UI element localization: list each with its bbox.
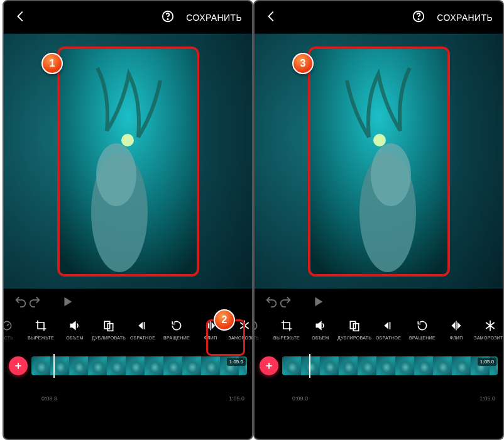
tool-label: ОБЪЕМ <box>304 336 337 340</box>
duplicate-icon <box>92 317 126 334</box>
add-clip-button[interactable] <box>9 356 28 375</box>
tool-speed[interactable]: ОСТЬ <box>3 317 24 340</box>
timeline-thumb[interactable] <box>126 356 145 375</box>
svg-rect-10 <box>210 321 211 331</box>
timeline-strip[interactable] <box>282 356 498 375</box>
time-ruler: 0:09.0 1:05.0 <box>255 393 503 407</box>
tool-label: ЗАМОРОЗИТЬ <box>227 336 252 340</box>
timeline-thumb[interactable] <box>414 356 433 375</box>
tool-speed[interactable]: ОСТЬ <box>253 317 270 340</box>
save-button[interactable]: СОХРАНИТЬ <box>186 13 242 23</box>
tool-reverse[interactable]: ОБРАТНОЕ <box>126 317 160 340</box>
speed-icon <box>253 317 270 334</box>
tool-label: ФЛИП <box>439 336 473 340</box>
timeline-thumb[interactable] <box>320 356 339 375</box>
timeline[interactable]: 1:05.0 <box>4 353 252 393</box>
tool-rotate[interactable]: ВРАЩЕНИЕ <box>405 317 439 340</box>
crop-icon <box>24 317 58 334</box>
volume-icon <box>304 317 337 334</box>
current-time: 0:08.8 <box>41 395 57 402</box>
timeline-thumb[interactable] <box>282 356 301 375</box>
timeline-thumb[interactable] <box>395 356 414 375</box>
phone-screen-right: СОХРАНИТЬ <box>253 0 504 440</box>
preview-frame <box>57 47 199 277</box>
tool-reverse[interactable]: ОБРАТНОЕ <box>371 317 405 340</box>
timeline-thumb[interactable] <box>163 356 182 375</box>
duration-badge: 1:05.0 <box>478 358 496 366</box>
callout-2: 2 <box>214 309 235 331</box>
svg-point-17 <box>253 321 257 329</box>
timeline[interactable]: 1:05.0 <box>255 353 503 393</box>
tool-label: ОСТЬ <box>253 336 270 340</box>
playback-bar <box>4 289 252 317</box>
add-clip-button[interactable] <box>260 356 278 375</box>
help-icon[interactable] <box>412 9 425 26</box>
tool-label: ВРАЩЕНИЕ <box>405 336 439 340</box>
svg-point-4 <box>96 143 136 206</box>
timeline-strip[interactable] <box>31 356 247 375</box>
preview-frame <box>308 47 450 277</box>
play-icon[interactable] <box>311 295 325 311</box>
redo-icon[interactable] <box>28 295 41 311</box>
undo-icon[interactable] <box>265 295 278 311</box>
undo-icon[interactable] <box>14 295 28 311</box>
flip-icon <box>439 317 473 334</box>
svg-point-12 <box>419 19 419 19</box>
playhead[interactable] <box>309 354 310 378</box>
tool-label: ВЫРЕЖЬТЕ <box>270 336 304 340</box>
current-time: 0:09.0 <box>292 395 308 402</box>
tool-volume[interactable]: ОБЪЕМ <box>304 317 337 340</box>
tool-label: ДУБЛИРОВАТЬ <box>92 336 126 340</box>
top-bar: СОХРАНИТЬ <box>4 1 252 34</box>
back-icon[interactable] <box>265 9 278 26</box>
svg-rect-21 <box>456 321 456 331</box>
video-preview[interactable] <box>255 34 503 289</box>
rotate-icon <box>405 317 439 334</box>
tool-volume[interactable]: ОБЪЕМ <box>58 317 92 340</box>
save-button[interactable]: СОХРАНИТЬ <box>437 13 493 23</box>
tool-duplicate[interactable]: ДУБЛИРОВАТЬ <box>337 317 371 340</box>
timeline-thumb[interactable] <box>358 356 376 375</box>
crop-icon <box>270 317 304 334</box>
timeline-thumb[interactable] <box>339 356 358 375</box>
duration-badge: 1:05.0 <box>227 358 246 366</box>
tool-crop[interactable]: ВЫРЕЖЬТЕ <box>24 317 58 340</box>
timeline-thumb[interactable] <box>145 356 163 375</box>
volume-icon <box>58 317 92 334</box>
timeline-thumb[interactable] <box>31 356 50 375</box>
timeline-thumb[interactable] <box>452 356 471 375</box>
play-icon[interactable] <box>60 295 74 311</box>
svg-point-1 <box>168 19 168 19</box>
tool-label: ОБРАТНОЕ <box>371 336 405 340</box>
back-icon[interactable] <box>14 9 28 26</box>
timeline-thumb[interactable] <box>433 356 452 375</box>
reverse-icon <box>371 317 405 334</box>
tool-flip[interactable]: ФЛИП <box>439 317 473 340</box>
tool-label: ФЛИП <box>194 336 227 340</box>
tool-label: ОБЪЕМ <box>58 336 92 340</box>
timeline-thumb[interactable] <box>201 356 220 375</box>
tool-label: ДУБЛИРОВАТЬ <box>337 336 371 340</box>
rotate-icon <box>160 317 194 334</box>
playhead[interactable] <box>53 354 55 378</box>
tool-crop[interactable]: ВЫРЕЖЬТЕ <box>270 317 304 340</box>
timeline-thumb[interactable] <box>88 356 107 375</box>
timeline-thumb[interactable] <box>107 356 126 375</box>
tool-label: ВЫРЕЖЬТЕ <box>24 336 58 340</box>
tool-label: ОСТЬ <box>3 336 24 340</box>
timeline-thumb[interactable] <box>376 356 395 375</box>
tool-rotate[interactable]: ВРАЩЕНИЕ <box>160 317 194 340</box>
bottom-toolbar: ОСТЬВЫРЕЖЬТЕОБЪЕМДУБЛИРОВАТЬОБРАТНОЕВРАЩ… <box>253 317 503 353</box>
tool-freeze[interactable]: ЗАМОРОЗИТЬ <box>473 317 503 340</box>
freeze-icon <box>473 317 503 334</box>
svg-point-5 <box>121 134 134 146</box>
redo-icon[interactable] <box>278 295 292 311</box>
speed-icon <box>3 317 24 334</box>
help-icon[interactable] <box>161 9 175 26</box>
timeline-thumb[interactable] <box>69 356 88 375</box>
callout-1: 1 <box>41 53 63 74</box>
video-preview[interactable] <box>4 34 252 289</box>
tool-duplicate[interactable]: ДУБЛИРОВАТЬ <box>92 317 126 340</box>
timeline-thumb[interactable] <box>301 356 320 375</box>
timeline-thumb[interactable] <box>182 356 201 375</box>
